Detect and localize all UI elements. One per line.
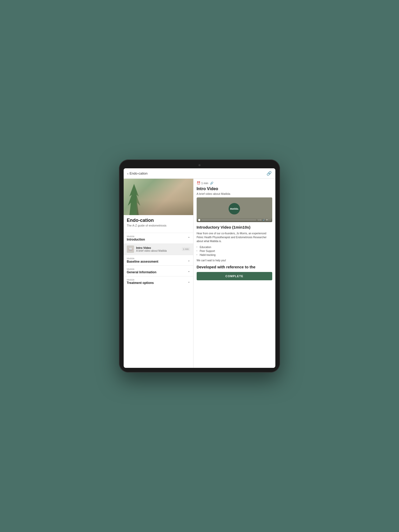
lesson-item-intro-video[interactable]: 📖 Intro Video A brief video about Matild… xyxy=(124,243,193,255)
content-meta: ⏰ 1 min 🔗 xyxy=(197,181,272,185)
developed-title: Developed with reference to the xyxy=(197,264,272,270)
content-description: A brief video about Matilda xyxy=(197,192,272,195)
meta-link-icon: 🔗 xyxy=(210,182,214,185)
module-section-baseline: Module Baseline assessment ⌄ xyxy=(124,255,193,265)
hero-image xyxy=(124,179,193,215)
video-control-icons: 🔊 ⚙ ⛶ xyxy=(263,219,271,221)
module-name-treatment: Treatment options xyxy=(127,281,154,285)
module-header-treatment[interactable]: Module Treatment options ⌄ xyxy=(124,276,193,287)
main-content: Endo-cation The A-Z guide of endometrios… xyxy=(124,179,275,368)
content-title: Intro Video xyxy=(197,187,272,191)
tablet-camera xyxy=(198,164,201,166)
left-panel: Endo-cation The A-Z guide of endometrios… xyxy=(124,179,194,368)
module-chevron-down-icon-general: ⌄ xyxy=(188,269,190,273)
module-name-general: General Information xyxy=(127,270,156,274)
module-section-treatment: Module Treatment options ⌄ xyxy=(124,276,193,287)
encouragement-text: We can't wait to help you! xyxy=(197,259,272,262)
video-progress-bar xyxy=(201,220,257,220)
bullet-item-education: Education xyxy=(197,245,272,249)
video-controls: 1:11 🔊 ⚙ ⛶ xyxy=(197,218,272,222)
module-header-baseline[interactable]: Module Baseline assessment ⌄ xyxy=(124,255,193,265)
people-illustration xyxy=(137,179,193,215)
module-section-introduction: Module Introduction ⌃ 📖 Intro Video A br… xyxy=(124,233,193,255)
module-name-introduction: Introduction xyxy=(127,238,145,241)
module-label-group-general: Module General Information xyxy=(127,268,156,274)
tablet-screen: ‹ Endo-cation 🔗 Endo-cation The A-Z guid… xyxy=(124,168,275,368)
bullet-list: Education Peer Support Habit tracking xyxy=(197,245,272,257)
complete-button[interactable]: COMPLETE xyxy=(197,272,272,280)
module-label-general: Module xyxy=(127,268,156,270)
course-title: Endo-cation xyxy=(127,218,190,223)
matilda-logo-text: Matilda. xyxy=(230,207,239,210)
module-chevron-up-icon: ⌃ xyxy=(188,236,190,240)
meta-time-value: 1 min xyxy=(201,182,208,185)
course-subtitle: The A-Z guide of endometriosis xyxy=(127,224,190,227)
video-logo-area: Matilda. xyxy=(229,203,240,214)
lesson-book-icon: 📖 xyxy=(127,245,134,253)
bullet-item-habit-tracking: Habit tracking xyxy=(197,253,272,257)
back-nav[interactable]: ‹ Endo-cation xyxy=(127,171,148,176)
app-header: ‹ Endo-cation 🔗 xyxy=(124,168,275,179)
section-body: Hear from one of our co-founders, Jo Mor… xyxy=(197,231,272,243)
module-label-group: Module Introduction xyxy=(127,235,145,241)
clock-icon: ⏰ xyxy=(197,181,201,185)
volume-icon[interactable]: 🔊 xyxy=(263,219,265,221)
lesson-text: Intro Video A brief video about Matilda xyxy=(136,246,180,252)
lesson-desc: A brief video about Matilda xyxy=(136,249,180,252)
back-chevron-icon: ‹ xyxy=(127,171,129,176)
settings-icon[interactable]: ⚙ xyxy=(266,219,268,221)
module-header-introduction[interactable]: Module Introduction ⌃ xyxy=(124,233,193,243)
module-label-treatment: Module xyxy=(127,278,154,281)
matilda-logo-circle: Matilda. xyxy=(229,203,240,214)
video-player[interactable]: Matilda. 1:11 🔊 ⚙ ⛶ xyxy=(197,197,272,222)
video-time-display: 1:11 xyxy=(257,219,262,221)
module-label-group-treatment: Module Treatment options xyxy=(127,278,154,285)
tablet-device: ‹ Endo-cation 🔗 Endo-cation The A-Z guid… xyxy=(119,159,280,373)
section-title: Introductory Video (1min10s) xyxy=(197,225,272,230)
right-panel: ⏰ 1 min 🔗 Intro Video A brief video abou… xyxy=(194,179,275,368)
module-chevron-down-icon-treatment: ⌄ xyxy=(188,280,190,283)
module-label: Module xyxy=(127,235,145,238)
module-section-general: Module General Information ⌄ xyxy=(124,265,193,276)
module-label-baseline: Module xyxy=(127,257,158,260)
module-header-general[interactable]: Module General Information ⌄ xyxy=(124,266,193,276)
share-link-icon[interactable]: 🔗 xyxy=(267,171,272,176)
fullscreen-icon[interactable]: ⛶ xyxy=(269,219,271,221)
bullet-item-peer-support: Peer Support xyxy=(197,249,272,253)
module-chevron-down-icon-baseline: ⌄ xyxy=(188,258,190,262)
module-name-baseline: Baseline assessment xyxy=(127,260,158,263)
back-label: Endo-cation xyxy=(130,171,148,175)
module-label-group-baseline: Module Baseline assessment xyxy=(127,257,158,263)
lesson-title: Intro Video xyxy=(136,246,180,249)
lesson-duration: 1 min xyxy=(182,247,190,251)
meta-time-display: ⏰ 1 min xyxy=(197,181,208,185)
video-progress-dot xyxy=(198,219,200,221)
course-info: Endo-cation The A-Z guide of endometrios… xyxy=(124,215,193,233)
